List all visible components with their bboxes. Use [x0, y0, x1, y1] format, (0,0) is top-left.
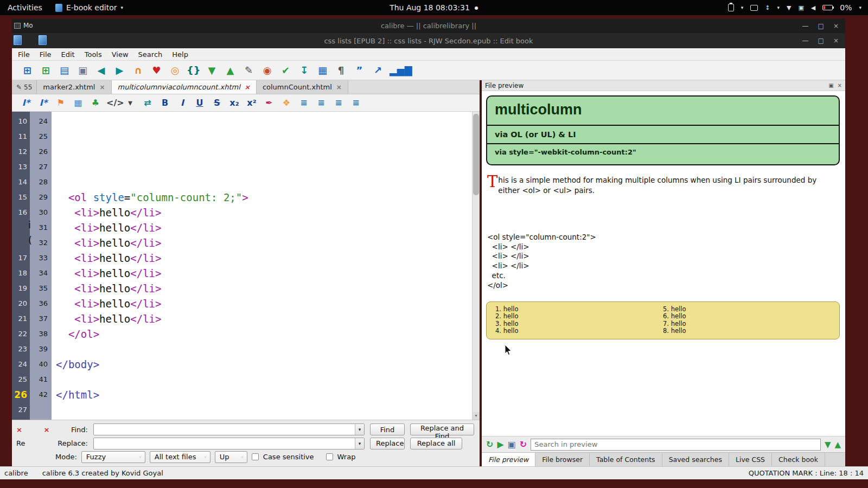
- chevron-down-icon[interactable]: ▾: [859, 5, 861, 10]
- display-icon[interactable]: ▣: [798, 4, 803, 11]
- chevron-down-icon[interactable]: ▾: [777, 5, 780, 10]
- code-line[interactable]: <ol style="column-count: 2;">: [56, 190, 480, 205]
- find-input[interactable]: [94, 424, 355, 435]
- mode-select[interactable]: Fuzzy ▾: [81, 451, 145, 463]
- chevron-down-icon[interactable]: ▾: [741, 5, 744, 10]
- donut-icon[interactable]: ◎: [168, 65, 182, 76]
- maximize-icon[interactable]: □: [818, 22, 824, 30]
- plant-icon[interactable]: ♣: [89, 98, 102, 108]
- run-preview-icon[interactable]: ▶: [497, 439, 503, 450]
- app-menu[interactable]: E-book editor ▾: [55, 3, 123, 12]
- code-line[interactable]: [56, 159, 480, 175]
- menu-item[interactable]: Help: [167, 50, 193, 59]
- activities-button[interactable]: Activities: [8, 3, 42, 12]
- code-area[interactable]: <ol style="column-count: 2;"> <li>hello<…: [52, 112, 480, 420]
- editor-tab[interactable]: multicolumnviacolumncount.xhtml ×: [112, 80, 257, 94]
- menu-item[interactable]: Edit: [56, 50, 80, 59]
- code-line[interactable]: <li>hello</li>: [56, 281, 480, 296]
- align-left-icon[interactable]: ≡: [297, 98, 310, 108]
- clock[interactable]: Thu Aug 18 08:03:31 ●: [390, 3, 478, 12]
- battery-icon[interactable]: [822, 5, 833, 10]
- spellcheck-icon[interactable]: ✔: [279, 65, 292, 76]
- image-icon[interactable]: ▦: [316, 65, 329, 76]
- replace-input[interactable]: [94, 438, 355, 449]
- code-line[interactable]: <li>hello</li>: [56, 311, 480, 326]
- underline-icon[interactable]: U: [193, 98, 206, 108]
- refresh-preview-icon[interactable]: ↻: [486, 439, 493, 450]
- chevron-down-icon[interactable]: ▾: [355, 438, 364, 449]
- code-line[interactable]: [56, 342, 480, 357]
- case-sensitive-checkbox[interactable]: [252, 453, 259, 460]
- volume-icon[interactable]: ◀: [811, 4, 815, 11]
- code-line[interactable]: [56, 129, 480, 144]
- code-line[interactable]: <li>hello</li>: [56, 296, 480, 311]
- forward-icon[interactable]: ▶: [113, 65, 126, 76]
- maximize-icon[interactable]: □: [818, 37, 824, 44]
- dock-icon[interactable]: ▣: [828, 82, 833, 88]
- preview-search-input[interactable]: [531, 439, 821, 451]
- arrow-down-icon[interactable]: ▼: [205, 65, 219, 76]
- search-next-icon[interactable]: ▼: [825, 440, 831, 450]
- code-tag-icon[interactable]: </>: [106, 98, 119, 108]
- input-source-icon[interactable]: ↕: [765, 4, 770, 11]
- direction-select[interactable]: Up ▾: [215, 451, 247, 463]
- arc-icon[interactable]: ∩: [131, 65, 145, 76]
- editor-scrollbar[interactable]: ▾: [472, 112, 480, 420]
- pin-icon[interactable]: ⚑: [54, 98, 67, 108]
- tab-close-icon[interactable]: ×: [99, 84, 105, 91]
- code-line[interactable]: <li>hello</li>: [56, 251, 480, 266]
- menu-item[interactable]: File: [13, 50, 35, 59]
- tab-close-icon[interactable]: ×: [245, 84, 250, 91]
- code-line[interactable]: [56, 372, 480, 387]
- close-find-icon[interactable]: ×: [43, 426, 49, 434]
- scope-select[interactable]: All text files ▾: [150, 451, 210, 463]
- screenshot-icon[interactable]: [750, 5, 758, 11]
- panel-tab[interactable]: File browser: [535, 453, 590, 466]
- close-icon[interactable]: ×: [833, 37, 839, 44]
- braces-icon[interactable]: {}: [187, 65, 200, 76]
- minimize-icon[interactable]: —: [802, 22, 809, 30]
- scrollbar-down-arrow[interactable]: ▾: [473, 412, 480, 420]
- panel-tab[interactable]: Live CSS: [729, 453, 772, 466]
- insert-icon[interactable]: ↧: [297, 65, 311, 76]
- close-find-icon[interactable]: ×: [16, 426, 22, 434]
- save-preview-icon[interactable]: ▣: [508, 439, 516, 450]
- align-center-icon[interactable]: ≡: [315, 98, 328, 108]
- insert-link-icon[interactable]: I*: [20, 98, 33, 108]
- wrap-checkbox[interactable]: [326, 453, 333, 460]
- panel-tab[interactable]: Saved searches: [662, 453, 729, 466]
- code-line[interactable]: <li>hello</li>: [56, 220, 480, 235]
- insert-image-icon[interactable]: ▦: [72, 98, 85, 108]
- code-editor[interactable]: 101112131415161718192021222324252627 242…: [12, 112, 480, 420]
- brush-icon[interactable]: ✒: [263, 98, 276, 108]
- close-panel-icon[interactable]: ×: [838, 82, 842, 88]
- superscript-icon[interactable]: x²: [245, 98, 258, 108]
- chevron-down-icon[interactable]: ▾: [355, 424, 364, 435]
- replace-button[interactable]: Replace: [370, 438, 405, 450]
- code-line[interactable]: <li>hello</li>: [56, 205, 480, 220]
- code-line[interactable]: [56, 144, 480, 159]
- editor-tab[interactable]: marker2.xhtml ×: [37, 80, 111, 94]
- code-line[interactable]: </body>: [56, 357, 480, 372]
- editor-tab[interactable]: columnCount.xhtml ×: [257, 80, 348, 94]
- insert-anchor-icon[interactable]: I*: [37, 98, 50, 108]
- save-icon[interactable]: ▣: [76, 65, 90, 76]
- align-right-icon[interactable]: ≡: [332, 98, 345, 108]
- search-previous-icon[interactable]: ▲: [834, 440, 841, 450]
- arrow-up-icon[interactable]: ▲: [224, 65, 237, 76]
- bug-icon[interactable]: ◉: [260, 65, 274, 76]
- find-button[interactable]: Find: [370, 423, 405, 435]
- code-line[interactable]: <li>hello</li>: [56, 266, 480, 281]
- reload-preview-icon[interactable]: ↻: [520, 439, 527, 450]
- chevron-down-icon[interactable]: ▾: [124, 98, 137, 108]
- menu-item[interactable]: Tools: [80, 50, 107, 59]
- quote-icon[interactable]: ”: [353, 65, 366, 76]
- add-book-icon[interactable]: ⊞: [21, 65, 34, 76]
- code-line[interactable]: [56, 114, 480, 129]
- code-line[interactable]: [56, 175, 480, 190]
- edit-icon[interactable]: ✎: [242, 65, 256, 76]
- code-line[interactable]: <li>hello</li>: [56, 235, 480, 251]
- code-line[interactable]: </ol>: [56, 326, 480, 342]
- tab-close-icon[interactable]: ×: [336, 84, 342, 91]
- align-justify-icon[interactable]: ≡: [349, 98, 362, 108]
